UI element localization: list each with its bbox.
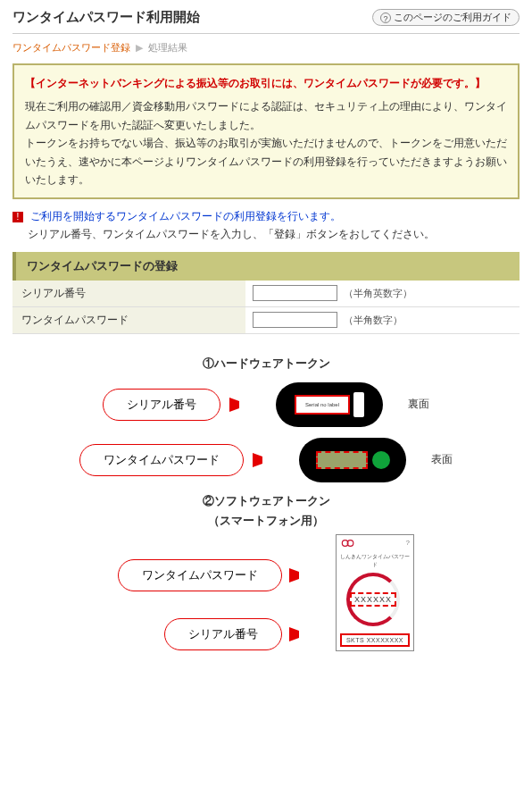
callout-otp-sw: ワンタイムパスワード xyxy=(118,559,282,591)
pointer-icon xyxy=(289,568,309,582)
hardware-token-back: Serial no label xyxy=(276,382,383,427)
help-icon: ? xyxy=(380,13,391,23)
token-sn-area: Serial no label xyxy=(295,395,350,415)
software-token-title: ②ソフトウェアトークン xyxy=(12,493,520,509)
alert-icon: ! xyxy=(12,212,23,222)
instruction-line-1: ご利用を開始するワンタイムパスワードの利用登録を行います。 xyxy=(30,210,341,222)
section-title: ワンタイムパスワードの登録 xyxy=(12,252,520,281)
callout-otp-hw: ワンタイムパスワード xyxy=(79,444,244,476)
instruction-line-2: シリアル番号、ワンタイムパスワードを入力し、「登録」ボタンをおしてください。 xyxy=(28,226,520,243)
smartphone-illustration: ? しんきんワンタイムパスワード XXXXXX SKTS XXXXXXXX xyxy=(336,534,414,651)
serial-hint: （半角英数字） xyxy=(344,288,412,298)
phone-app-title: しんきんワンタイムパスワード xyxy=(340,553,410,569)
breadcrumb: ワンタイムパスワード登録 ▶ 処理結果 xyxy=(12,41,520,54)
app-logo-icon xyxy=(340,539,356,548)
instructions: ! ご利用を開始するワンタイムパスワードの利用登録を行います。 シリアル番号、ワ… xyxy=(12,208,520,242)
serial-label: シリアル番号 xyxy=(12,281,245,307)
notice-line-1: 現在ご利用の確認用／資金移動用パスワードによる認証は、セキュリティ上の理由により… xyxy=(25,97,507,134)
registration-form: シリアル番号 （半角英数字） ワンタイムパスワード （半角数字） xyxy=(12,281,520,334)
front-side-label: 表面 xyxy=(431,452,453,467)
usage-guide-label: このページのご利用ガイド xyxy=(394,11,511,24)
token-slot xyxy=(353,392,364,417)
chevron-right-icon: ▶ xyxy=(136,42,143,54)
otp-input[interactable] xyxy=(253,312,337,328)
token-lcd xyxy=(316,451,368,469)
token-button-icon xyxy=(372,451,390,469)
phone-otp-display: XXXXXX xyxy=(350,592,396,607)
pointer-icon xyxy=(229,398,249,412)
notice-headline: 【インターネットバンキングによる振込等のお取引には、ワンタイムパスワードが必要で… xyxy=(25,74,507,92)
divider xyxy=(12,33,520,34)
usage-guide-button[interactable]: ? このページのご利用ガイド xyxy=(372,9,520,26)
software-token-sub: （スマートフォン用） xyxy=(12,513,520,529)
serial-input[interactable] xyxy=(253,285,337,301)
callout-serial-hw: シリアル番号 xyxy=(103,389,220,421)
breadcrumb-step-2: 処理結果 xyxy=(148,41,187,54)
page-title: ワンタイムパスワード利用開始 xyxy=(12,9,200,26)
otp-label: ワンタイムパスワード xyxy=(12,306,245,333)
callout-serial-sw: シリアル番号 xyxy=(164,618,282,650)
notice-box: 【インターネットバンキングによる振込等のお取引には、ワンタイムパスワードが必要で… xyxy=(12,63,520,199)
phone-sn-display: SKTS XXXXXXXX xyxy=(340,633,410,647)
hardware-token-title: ①ハードウェアトークン xyxy=(12,356,520,372)
pointer-icon xyxy=(289,627,309,641)
pointer-icon xyxy=(253,453,272,467)
otp-hint: （半角数字） xyxy=(344,314,403,325)
back-side-label: 裏面 xyxy=(408,397,429,412)
hardware-token-front xyxy=(299,438,406,482)
progress-ring-icon: XXXXXX xyxy=(346,573,400,626)
token-diagram: ①ハードウェアトークン シリアル番号 Serial no label 裏面 ワン… xyxy=(12,356,520,651)
notice-line-2: トークンをお持ちでない場合、振込等のお取引が実施いただけませんので、トークンをご… xyxy=(25,134,507,189)
breadcrumb-step-1: ワンタイムパスワード登録 xyxy=(12,41,130,54)
help-icon: ? xyxy=(406,539,410,547)
